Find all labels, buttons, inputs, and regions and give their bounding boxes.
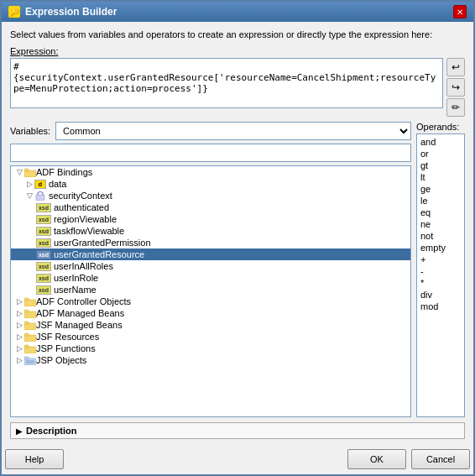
dialog-title: Expression Builder bbox=[25, 6, 117, 18]
jsf-managed-beans-label: JSF Managed Beans bbox=[36, 320, 123, 330]
tree-item-user-granted-permission[interactable]: xsd userGrantedPermission bbox=[11, 237, 410, 248]
security-context-label: securityContext bbox=[49, 191, 112, 201]
tree-item-region-viewable[interactable]: xsd regionViewable bbox=[11, 213, 410, 225]
tree-item-security-context[interactable]: ▽ securityContext bbox=[11, 190, 410, 201]
ok-cancel-area: OK Cancel bbox=[347, 449, 470, 469]
expression-toolbar: #{securityContext.userGrantedResource['r… bbox=[10, 58, 465, 117]
xsd-badge-region: xsd bbox=[36, 215, 51, 224]
tree-item-jsf-managed-beans[interactable]: ▷ JSF Managed Beans bbox=[11, 319, 410, 331]
operand-multiply[interactable]: * bbox=[419, 277, 462, 289]
svg-rect-14 bbox=[24, 357, 29, 359]
operand-mod[interactable]: mod bbox=[419, 301, 462, 312]
title-bar: 🔑 Expression Builder ✕ bbox=[2, 2, 473, 22]
user-granted-resource-label: userGrantedResource bbox=[54, 249, 144, 259]
svg-rect-15 bbox=[26, 360, 34, 364]
operand-lt[interactable]: lt bbox=[419, 171, 462, 183]
tree-item-adf-managed-beans[interactable]: ▷ ADF Managed Beans bbox=[11, 307, 410, 319]
operand-eq[interactable]: eq bbox=[419, 207, 462, 218]
operand-empty[interactable]: empty bbox=[419, 242, 462, 254]
right-panel: Operands: and or gt lt ge le eq ne not e… bbox=[416, 122, 465, 417]
security-icon bbox=[34, 191, 46, 201]
svg-rect-2 bbox=[36, 195, 44, 201]
expand-security-context[interactable]: ▽ bbox=[24, 191, 34, 201]
variables-select[interactable]: Common bbox=[55, 122, 411, 140]
xsd-badge-uir: xsd bbox=[36, 274, 51, 283]
left-panel: Variables: Common ▽ bbox=[10, 122, 411, 417]
expand-adf-controller[interactable]: ▷ bbox=[14, 296, 24, 306]
tree-panel[interactable]: ▽ ADF Bindings ▷ d data bbox=[10, 165, 411, 417]
description-text: Select values from variables and operato… bbox=[10, 29, 465, 41]
tree-item-jsp-objects[interactable]: ▷ JSP Objects bbox=[11, 354, 410, 366]
svg-rect-8 bbox=[24, 322, 29, 324]
operand-ge[interactable]: ge bbox=[419, 183, 462, 195]
search-input[interactable] bbox=[10, 144, 411, 162]
folder-icon-jsf-beans bbox=[24, 321, 36, 330]
region-viewable-label: regionViewable bbox=[54, 214, 117, 224]
operands-list: and or gt lt ge le eq ne not empty + - *… bbox=[416, 133, 465, 417]
user-in-role-label: userInRole bbox=[54, 273, 98, 283]
dialog-body: Select values from variables and operato… bbox=[2, 22, 473, 446]
operand-div[interactable]: div bbox=[419, 289, 462, 301]
title-bar-left: 🔑 Expression Builder bbox=[8, 6, 117, 18]
operand-and[interactable]: and bbox=[419, 136, 462, 148]
description-toggle-icon: ▶ bbox=[16, 426, 23, 436]
operand-plus[interactable]: + bbox=[419, 254, 462, 265]
expand-jsf-resources[interactable]: ▷ bbox=[14, 332, 24, 342]
operand-not[interactable]: not bbox=[419, 230, 462, 242]
tree-item-jsp-functions[interactable]: ▷ JSP Functions bbox=[11, 343, 410, 354]
dialog-icon: 🔑 bbox=[8, 6, 20, 18]
operand-minus[interactable]: - bbox=[419, 265, 462, 277]
redo-button[interactable]: ↩ bbox=[446, 58, 465, 76]
undo-button[interactable]: ↪ bbox=[446, 78, 465, 97]
expand-data[interactable]: ▷ bbox=[24, 179, 34, 189]
adf-bindings-label: ADF Bindings bbox=[36, 167, 92, 177]
expand-jsp-objects[interactable]: ▷ bbox=[14, 355, 24, 365]
description-footer[interactable]: ▶ Description bbox=[10, 422, 465, 439]
data-icon: d bbox=[34, 180, 46, 189]
expand-adf-managed-beans[interactable]: ▷ bbox=[14, 308, 24, 318]
jsf-resources-label: JSF Resources bbox=[36, 332, 99, 342]
user-name-label: userName bbox=[54, 285, 97, 295]
ok-button[interactable]: OK bbox=[347, 449, 406, 469]
svg-rect-10 bbox=[24, 333, 29, 336]
tree-item-jsf-resources[interactable]: ▷ JSF Resources bbox=[11, 331, 410, 343]
folder-icon-adf-beans bbox=[24, 309, 36, 318]
tree-item-user-in-role[interactable]: xsd userInRole bbox=[11, 272, 410, 284]
tree-item-authenticated[interactable]: xsd authenticated bbox=[11, 201, 410, 213]
tree-item-user-in-all-roles[interactable]: xsd userInAllRoles bbox=[11, 260, 410, 272]
expression-builder-dialog: 🔑 Expression Builder ✕ Select values fro… bbox=[0, 0, 475, 476]
xsd-badge-un: xsd bbox=[36, 285, 51, 295]
expand-jsf-managed-beans[interactable]: ▷ bbox=[14, 320, 24, 330]
xsd-badge-taskflow: xsd bbox=[36, 227, 51, 236]
operand-gt[interactable]: gt bbox=[419, 160, 462, 171]
tree-item-adf-controller[interactable]: ▷ ADF Controller Objects bbox=[11, 296, 410, 307]
folder-icon bbox=[24, 168, 36, 177]
expression-input[interactable]: #{securityContext.userGrantedResource['r… bbox=[10, 58, 443, 108]
cancel-button[interactable]: Cancel bbox=[411, 449, 470, 469]
jsp-functions-label: JSP Functions bbox=[36, 343, 96, 353]
xsd-badge-ugr: xsd bbox=[36, 250, 51, 259]
taskflow-viewable-label: taskflowViewable bbox=[54, 226, 124, 236]
operand-or[interactable]: or bbox=[419, 148, 462, 160]
tree-item-data[interactable]: ▷ d data bbox=[11, 178, 410, 190]
expand-jsp-functions[interactable]: ▷ bbox=[14, 343, 24, 353]
jsp-objects-label: JSP Objects bbox=[36, 355, 86, 365]
svg-rect-1 bbox=[24, 169, 29, 171]
bottom-buttons: Help OK Cancel bbox=[2, 446, 473, 474]
data-label: data bbox=[49, 179, 66, 189]
authenticated-label: authenticated bbox=[54, 202, 109, 212]
close-button[interactable]: ✕ bbox=[453, 5, 467, 18]
tree-item-user-granted-resource[interactable]: xsd userGrantedResource bbox=[11, 248, 410, 260]
user-in-all-roles-label: userInAllRoles bbox=[54, 261, 113, 271]
folder-icon-controller bbox=[24, 297, 36, 306]
edit-button[interactable]: ✏ bbox=[446, 98, 465, 117]
expand-adf-bindings[interactable]: ▽ bbox=[14, 167, 24, 177]
tree-item-taskflow-viewable[interactable]: xsd taskflowViewable bbox=[11, 225, 410, 237]
operand-le[interactable]: le bbox=[419, 195, 462, 207]
tree-item-user-name[interactable]: xsd userName bbox=[11, 284, 410, 296]
operand-ne[interactable]: ne bbox=[419, 218, 462, 230]
svg-rect-12 bbox=[24, 345, 29, 348]
tree-item-adf-bindings[interactable]: ▽ ADF Bindings bbox=[11, 166, 410, 178]
operands-header: Operands: bbox=[416, 122, 465, 132]
help-button[interactable]: Help bbox=[5, 449, 64, 469]
